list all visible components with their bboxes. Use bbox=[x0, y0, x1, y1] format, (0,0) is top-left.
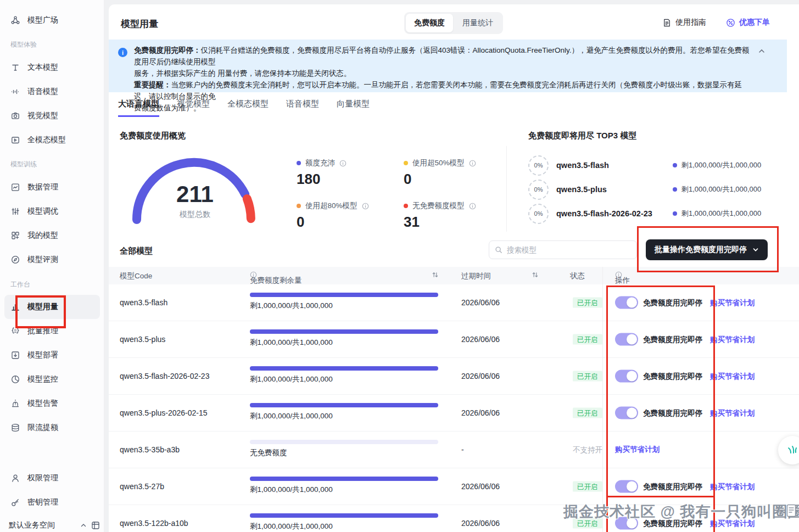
corner-doc-icon[interactable] bbox=[786, 504, 796, 517]
model-code: qwen3.5-27b bbox=[120, 482, 164, 491]
discount-order-link[interactable]: 优惠下单 bbox=[726, 18, 770, 27]
status-badge: 已开启 bbox=[573, 298, 602, 308]
omni-model-icon bbox=[10, 135, 20, 145]
free-tier-stop-toggle[interactable] bbox=[615, 407, 638, 419]
sidebar-item-batch-inference[interactable]: 批量推理 bbox=[4, 319, 100, 343]
sidebar-item-my-models[interactable]: 我的模型 bbox=[4, 223, 100, 248]
top3-item: 0% qwen3.5-plus 剩1,000,000/共1,000,000 bbox=[528, 178, 770, 200]
sidebar-item-text-model[interactable]: 文本模型 bbox=[4, 55, 100, 80]
sidebar-item-model-eval[interactable]: 模型评测 bbox=[4, 248, 100, 272]
document-icon bbox=[662, 18, 672, 27]
toggle-label: 免费额度用完即停 bbox=[643, 408, 702, 418]
sidebar-item-speech-model[interactable]: 语音模型 bbox=[4, 80, 100, 104]
model-code: qwen3.5-flash-2026-02-23 bbox=[120, 372, 209, 380]
sidebar-item-data-management[interactable]: 数据管理 bbox=[4, 175, 100, 199]
model-code: qwen3.5-122b-a10b bbox=[120, 519, 188, 528]
free-tier-stop-toggle[interactable] bbox=[615, 296, 638, 309]
model-usage-page: 模型广场 模型体验 文本模型 语音模型 视觉模型 全模态模型 模型训练 数据管理… bbox=[0, 0, 799, 532]
permission-icon bbox=[10, 473, 20, 483]
buy-saving-plan-link[interactable]: 购买节省计划 bbox=[710, 408, 755, 418]
col-action: 操作 bbox=[615, 271, 622, 278]
info-icon: i bbox=[118, 48, 127, 57]
sidebar-item-model-usage[interactable]: 模型用量 bbox=[4, 295, 100, 319]
page-title: 模型用量 bbox=[121, 18, 158, 30]
sidebar-item-vision-model[interactable]: 视觉模型 bbox=[4, 104, 100, 128]
model-total-label: 模型总数 bbox=[151, 210, 239, 220]
sidebar-item-model-plaza[interactable]: 模型广场 bbox=[4, 8, 100, 32]
workspace-grid-icon bbox=[91, 521, 100, 530]
buy-saving-plan-link[interactable]: 购买节省计划 bbox=[710, 371, 755, 381]
segment-usage-stats[interactable]: 用量统计 bbox=[454, 14, 501, 32]
model-eval-icon bbox=[10, 255, 20, 265]
purple-dot-icon bbox=[673, 187, 677, 192]
sidebar-item-omni-model[interactable]: 全模态模型 bbox=[4, 128, 100, 152]
toggle-label: 免费额度用完即停 bbox=[643, 481, 702, 491]
model-code: qwen3.5-plus-2026-02-15 bbox=[120, 408, 208, 417]
data-management-icon bbox=[10, 182, 20, 192]
free-tier-stop-toggle[interactable] bbox=[615, 370, 638, 383]
buy-saving-plan-link[interactable]: 购买节省计划 bbox=[615, 445, 660, 455]
status-badge: 已开启 bbox=[573, 334, 602, 345]
batch-operation-button[interactable]: 批量操作免费额度用完即停 bbox=[646, 239, 768, 260]
sidebar-item-model-deploy[interactable]: 模型部署 bbox=[4, 343, 100, 367]
sidebar-item-key-management[interactable]: 密钥管理 bbox=[4, 490, 100, 514]
col-quota-remaining: 免费额度剩余量 bbox=[250, 271, 257, 278]
buy-saving-plan-link[interactable]: 购买节省计划 bbox=[710, 298, 755, 307]
model-plaza-icon bbox=[10, 15, 20, 25]
table-row: qwen3.5-plus 剩1,000,000/共1,000,000 2026/… bbox=[109, 321, 799, 358]
free-tier-stop-toggle[interactable] bbox=[615, 333, 638, 346]
sidebar-item-model-tuning[interactable]: 模型调优 bbox=[4, 199, 100, 223]
sidebar-group-training: 模型训练 bbox=[10, 160, 37, 169]
tab-omni[interactable]: 全模态模型 bbox=[227, 99, 269, 117]
assistant-icon bbox=[786, 444, 799, 457]
stat-no-quota: 无免费额度模型 31 bbox=[404, 201, 508, 231]
percent-ring-icon: 0% bbox=[528, 204, 549, 224]
toggle-label: 免费额度用完即停 bbox=[643, 371, 702, 381]
stat-over-50: 使用超50%模型 0 bbox=[404, 158, 508, 188]
free-tier-stop-toggle[interactable] bbox=[615, 480, 638, 493]
model-tuning-icon bbox=[10, 206, 20, 216]
sidebar-item-permission[interactable]: 权限管理 bbox=[4, 466, 100, 490]
toggle-label: 免费额度用完即停 bbox=[643, 334, 702, 344]
text-model-icon bbox=[10, 63, 20, 72]
model-table: qwen3.5-flash 剩1,000,000/共1,000,000 2026… bbox=[109, 284, 799, 532]
search-input[interactable] bbox=[507, 246, 622, 254]
batch-inference-icon bbox=[10, 326, 20, 336]
model-type-tabs: 大语言模型 视觉模型 全模态模型 语音模型 向量模型 bbox=[118, 99, 370, 117]
info-circle-icon[interactable] bbox=[469, 160, 476, 167]
toggle-label: 免费额度用完即停 bbox=[643, 298, 702, 307]
table-row: qwen3.5-27b 剩1,000,000/共1,000,000 2026/0… bbox=[109, 468, 799, 505]
sidebar-item-model-alert[interactable]: 模型告警 bbox=[4, 391, 100, 416]
usage-guide-link[interactable]: 使用指南 bbox=[662, 18, 706, 27]
info-circle-icon[interactable] bbox=[469, 203, 476, 210]
table-row: qwen3.5-flash-2026-02-23 剩1,000,000/共1,0… bbox=[109, 358, 799, 395]
banner-collapse-icon[interactable] bbox=[758, 47, 766, 55]
tab-vision[interactable]: 视觉模型 bbox=[177, 99, 210, 117]
tab-embedding[interactable]: 向量模型 bbox=[337, 99, 370, 117]
segment-free-quota[interactable]: 免费额度 bbox=[406, 14, 453, 32]
tab-speech[interactable]: 语音模型 bbox=[286, 99, 319, 117]
status-badge: 已开启 bbox=[573, 408, 602, 418]
model-code: qwen3.5-flash bbox=[120, 298, 167, 307]
tab-llm[interactable]: 大语言模型 bbox=[118, 99, 159, 117]
sidebar-item-model-monitor[interactable]: 模型监控 bbox=[4, 367, 100, 391]
buy-saving-plan-link[interactable]: 购买节省计划 bbox=[710, 481, 755, 491]
info-circle-icon[interactable] bbox=[339, 160, 347, 167]
info-circle-icon[interactable] bbox=[362, 203, 369, 210]
discount-badge-icon bbox=[726, 18, 735, 27]
rate-limit-icon bbox=[10, 423, 20, 433]
sort-icon[interactable] bbox=[432, 271, 439, 278]
search-icon bbox=[495, 246, 502, 254]
top3-title: 免费额度即将用尽 TOP3 模型 bbox=[528, 131, 636, 141]
my-models-icon bbox=[10, 231, 20, 240]
workspace-switcher-label: 默认业务空间 bbox=[9, 520, 76, 530]
percent-ring-icon: 0% bbox=[528, 155, 549, 176]
overview-divider bbox=[506, 146, 507, 232]
orange-dot-icon bbox=[297, 204, 301, 208]
workspace-switcher[interactable]: 默认业务空间 bbox=[9, 520, 100, 530]
sidebar-item-rate-limit[interactable]: 限流提额 bbox=[4, 416, 100, 440]
buy-saving-plan-link[interactable]: 购买节省计划 bbox=[710, 334, 755, 344]
sort-icon[interactable] bbox=[532, 271, 539, 278]
sidebar-item-label: 模型广场 bbox=[27, 15, 58, 25]
free-tier-notice-banner: i 免费额度用完即停：仅消耗平台赠送的免费额度，免费额度用尽后平台将自动停止服务… bbox=[109, 40, 787, 92]
